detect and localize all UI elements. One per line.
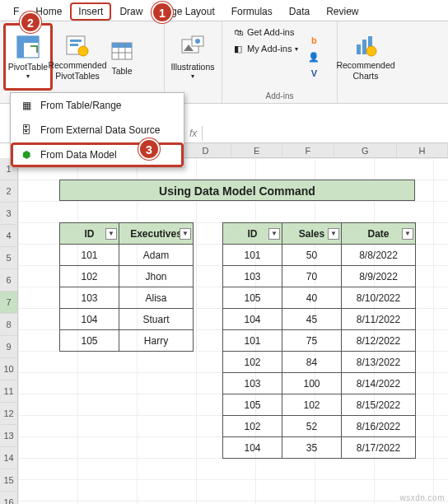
chevron-down-icon: ▾: [26, 72, 30, 81]
row-header[interactable]: 12: [0, 403, 18, 425]
table-row: 103Alisa: [60, 287, 194, 309]
table-row: 104458/11/2022: [223, 309, 416, 330]
row-header[interactable]: 10: [0, 358, 18, 380]
watermark: wsxdn.com: [399, 493, 445, 502]
pivottable-label: PivotTable: [8, 62, 48, 72]
row-header[interactable]: 9: [0, 336, 18, 358]
illustrations-icon: [180, 34, 206, 60]
svg-point-16: [195, 39, 200, 44]
pivottable-dropdown: ▦ From Table/Range 🗄 From External Data …: [10, 92, 184, 168]
table-label: Table: [111, 66, 132, 77]
table-row: 102528/16/2022: [223, 416, 416, 437]
my-addins-button[interactable]: ◧ My Add-ins ▾: [229, 41, 301, 56]
chevron-down-icon: ▾: [295, 45, 298, 53]
tab-data[interactable]: Data: [281, 2, 318, 21]
row-header[interactable]: 5: [0, 247, 18, 269]
data-model-icon: ⬢: [19, 147, 34, 162]
get-addins-button[interactable]: 🛍 Get Add-ins: [229, 25, 301, 40]
recommended-charts-label: Recommended Charts: [336, 60, 394, 81]
ribbon: PivotTable ▾ Recommended PivotTables Tab…: [0, 21, 448, 104]
tab-draw[interactable]: Draw: [111, 2, 151, 21]
table-row: 101758/12/2022: [223, 330, 416, 352]
table-range-icon: ▦: [19, 98, 34, 113]
visio-icon[interactable]: V: [308, 68, 320, 79]
svg-rect-5: [70, 44, 78, 46]
formula-input[interactable]: [202, 126, 448, 141]
chevron-down-icon: ▾: [191, 72, 194, 81]
table-row: 102Jhon: [60, 266, 194, 287]
col-header[interactable]: D: [180, 143, 231, 157]
row-header[interactable]: 3: [0, 203, 18, 225]
row-header[interactable]: 11: [0, 380, 18, 403]
table-row: 102848/13/2022: [223, 352, 416, 373]
filter-icon[interactable]: ▼: [402, 228, 413, 240]
col-id[interactable]: ID▼: [223, 223, 282, 245]
table-row: 105Harry: [60, 330, 194, 352]
callout-1: 1: [152, 2, 173, 23]
col-sales[interactable]: Sales▼: [282, 223, 342, 245]
pivottable-icon: [15, 34, 41, 60]
recommended-pivot-label: Recommended PivotTables: [48, 60, 106, 81]
external-data-icon: 🗄: [19, 123, 34, 138]
recommended-pivot-icon: [64, 32, 91, 58]
row-header[interactable]: 4: [0, 225, 18, 247]
svg-point-6: [78, 46, 88, 56]
table-button[interactable]: Table: [102, 23, 142, 91]
row-header[interactable]: 13: [0, 425, 18, 447]
people-graph-icon[interactable]: 👤: [308, 51, 320, 63]
svg-rect-4: [70, 40, 82, 42]
col-executives[interactable]: Executives▼: [119, 223, 194, 245]
row-header[interactable]: 16: [0, 492, 18, 504]
executives-table: ID▼ Executives▼ 101Adam 102Jhon 103Alisa…: [59, 222, 194, 352]
table-row: 101508/8/2022: [223, 245, 416, 266]
row-header[interactable]: 6: [0, 269, 18, 292]
sales-table: ID▼ Sales▼ Date▼ 101508/8/2022 103708/9/…: [222, 222, 416, 459]
addins-group-label: Add-ins: [226, 91, 334, 101]
tab-formulas[interactable]: Formulas: [223, 2, 281, 21]
ribbon-tabs: F Home Insert Draw Page Layout Formulas …: [0, 0, 448, 21]
row-header[interactable]: 15: [0, 469, 18, 492]
menu-from-table-range[interactable]: ▦ From Table/Range: [11, 93, 184, 118]
callout-2: 2: [20, 12, 41, 33]
filter-icon[interactable]: ▼: [328, 228, 339, 240]
table-row: 103708/9/2022: [223, 266, 416, 287]
illustrations-button[interactable]: Illustrations ▾: [168, 23, 217, 91]
row-header[interactable]: 14: [0, 447, 18, 469]
svg-rect-18: [362, 40, 366, 54]
col-header[interactable]: E: [231, 143, 282, 157]
col-header[interactable]: G: [334, 143, 397, 157]
table-row: 101Adam: [60, 245, 194, 266]
col-header[interactable]: F: [282, 143, 334, 157]
addins-icon: ◧: [232, 43, 244, 54]
row-headers: 1 2 3 4 5 6 7 8 9 10 11 12 13 14 15 16: [0, 158, 18, 504]
pivottable-button[interactable]: PivotTable ▾: [3, 23, 53, 91]
row-header[interactable]: 2: [0, 180, 18, 203]
filter-icon[interactable]: ▼: [268, 228, 280, 240]
worksheet[interactable]: 1 2 3 4 5 6 7 8 9 10 11 12 13 14 15 16 U…: [0, 158, 448, 504]
charts-icon: [352, 32, 379, 58]
store-icon: 🛍: [232, 26, 244, 38]
table-row: 104358/17/2022: [223, 437, 416, 459]
menu-from-external-data[interactable]: 🗄 From External Data Source: [11, 118, 184, 142]
menu-label: From External Data Source: [40, 124, 160, 136]
col-date[interactable]: Date▼: [342, 223, 416, 245]
svg-rect-1: [17, 36, 39, 43]
svg-rect-2: [17, 43, 24, 58]
filter-icon[interactable]: ▼: [105, 228, 117, 240]
menu-label: From Table/Range: [40, 100, 122, 111]
row-header[interactable]: 7: [0, 292, 18, 314]
bing-icon[interactable]: b: [308, 35, 320, 46]
tab-insert[interactable]: Insert: [70, 2, 111, 21]
table-row: 104Stuart: [60, 309, 194, 330]
recommended-pivottables-button[interactable]: Recommended PivotTables: [53, 23, 102, 91]
get-addins-label: Get Add-ins: [247, 27, 294, 37]
fx-label[interactable]: fx: [189, 128, 197, 139]
recommended-charts-button[interactable]: Recommended Charts: [341, 23, 390, 91]
col-id[interactable]: ID▼: [60, 223, 119, 245]
col-header[interactable]: H: [397, 143, 448, 157]
tab-review[interactable]: Review: [318, 2, 366, 21]
filter-icon[interactable]: ▼: [180, 228, 191, 240]
my-addins-label: My Add-ins: [247, 44, 292, 54]
svg-point-20: [366, 46, 376, 56]
row-header[interactable]: 8: [0, 314, 18, 336]
